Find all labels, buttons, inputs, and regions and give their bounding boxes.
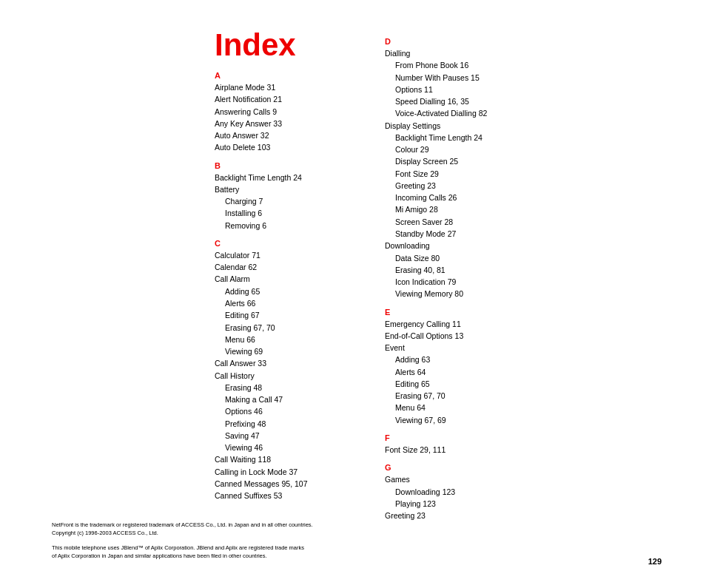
entry-battery: Battery bbox=[215, 183, 370, 195]
entry-answering-calls: Answering Calls 9 bbox=[215, 106, 370, 118]
entry-display-settings: Display Settings bbox=[385, 120, 540, 132]
entry-call-alarm-adding: Adding 65 bbox=[215, 285, 370, 297]
section-a-label: A bbox=[215, 71, 370, 80]
footer-line1: NetFront is the trademark or registered … bbox=[52, 521, 318, 538]
entry-call-alarm-viewing: Viewing 69 bbox=[215, 345, 370, 357]
entry-font-size: Font Size 29, 111 bbox=[385, 444, 540, 456]
entry-any-key-answer: Any Key Answer 33 bbox=[215, 118, 370, 129]
entry-call-waiting: Call Waiting 118 bbox=[215, 453, 370, 465]
entry-display-colour: Colour 29 bbox=[385, 143, 540, 155]
section-e-label: E bbox=[385, 308, 540, 317]
entry-charging: Charging 7 bbox=[215, 195, 370, 207]
entry-display-screen: Display Screen 25 bbox=[385, 155, 540, 167]
page-number: 129 bbox=[648, 557, 662, 566]
entry-calling-in-lock: Calling in Lock Mode 37 bbox=[215, 466, 370, 478]
entry-display-incoming-calls: Incoming Calls 26 bbox=[385, 192, 540, 203]
entry-dialling-options: Options 11 bbox=[385, 84, 540, 95]
entry-dialling: Dialling bbox=[385, 47, 540, 59]
entry-call-alarm-menu: Menu 66 bbox=[215, 334, 370, 345]
entry-downloading-viewing: Viewing Memory 80 bbox=[385, 288, 540, 300]
section-b-label: B bbox=[215, 161, 370, 170]
entry-downloading-icon: Icon Indication 79 bbox=[385, 276, 540, 288]
entry-games: Games bbox=[385, 473, 540, 485]
entry-removing: Removing 6 bbox=[215, 220, 370, 232]
entry-display-mi-amigo: Mi Amigo 28 bbox=[385, 203, 540, 215]
entry-downloading-data-size: Data Size 80 bbox=[385, 252, 540, 264]
entry-event-viewing: Viewing 67, 69 bbox=[385, 414, 540, 426]
entry-downloading: Downloading bbox=[385, 240, 540, 251]
entry-display-greeting: Greeting 23 bbox=[385, 180, 540, 192]
entry-backlight: Backlight Time Length 24 bbox=[215, 172, 370, 183]
entry-call-alarm-editing: Editing 67 bbox=[215, 309, 370, 321]
index-title: Index bbox=[215, 30, 370, 61]
entry-canned-suffixes: Canned Suffixes 53 bbox=[215, 490, 370, 501]
footer: NetFront is the trademark or registered … bbox=[52, 521, 318, 566]
entry-canned-messages: Canned Messages 95, 107 bbox=[215, 478, 370, 490]
entry-event-erasing: Erasing 67, 70 bbox=[385, 390, 540, 402]
entry-calculator: Calculator 71 bbox=[215, 249, 370, 261]
entry-call-alarm-erasing: Erasing 67, 70 bbox=[215, 322, 370, 334]
page: Index A Airplane Mode 31 Alert Notificat… bbox=[0, 0, 706, 588]
entry-games-playing: Playing 123 bbox=[385, 498, 540, 510]
entry-call-answer: Call Answer 33 bbox=[215, 357, 370, 369]
section-g-label: G bbox=[385, 463, 540, 472]
entry-call-history-viewing: Viewing 46 bbox=[215, 442, 370, 453]
entry-greeting: Greeting 23 bbox=[385, 510, 540, 521]
entry-call-history-erasing: Erasing 48 bbox=[215, 382, 370, 393]
entry-event-adding: Adding 63 bbox=[385, 354, 540, 365]
section-d-label: D bbox=[385, 37, 540, 46]
entry-call-history: Call History bbox=[215, 370, 370, 382]
entry-call-history-saving: Saving 47 bbox=[215, 430, 370, 442]
section-f-label: F bbox=[385, 433, 540, 442]
entry-dialling-pauses: Number With Pauses 15 bbox=[385, 72, 540, 84]
entry-dialling-phone-book: From Phone Book 16 bbox=[385, 59, 540, 71]
footer-line2: This mobile telephone uses JBlend™ of Ap… bbox=[52, 544, 318, 561]
entry-downloading-erasing: Erasing 40, 81 bbox=[385, 264, 540, 276]
entry-dialling-voice: Voice-Activated Dialling 82 bbox=[385, 107, 540, 119]
entry-call-alarm: Call Alarm bbox=[215, 273, 370, 285]
entry-call-history-options: Options 46 bbox=[215, 405, 370, 417]
entry-airplane-mode: Airplane Mode 31 bbox=[215, 81, 370, 93]
entry-event-editing: Editing 65 bbox=[385, 378, 540, 390]
entry-auto-answer: Auto Answer 32 bbox=[215, 129, 370, 141]
entry-call-history-making: Making a Call 47 bbox=[215, 393, 370, 405]
entry-call-history-prefixing: Prefixing 48 bbox=[215, 418, 370, 430]
entry-display-standby: Standby Mode 27 bbox=[385, 228, 540, 240]
left-spacer bbox=[0, 30, 215, 588]
entry-auto-delete: Auto Delete 103 bbox=[215, 141, 370, 153]
entry-event-menu: Menu 64 bbox=[385, 402, 540, 413]
entry-dialling-speed: Speed Dialling 16, 35 bbox=[385, 95, 540, 107]
section-c-label: C bbox=[215, 239, 370, 248]
entry-display-screen-saver: Screen Saver 28 bbox=[385, 216, 540, 228]
entry-end-of-call: End-of-Call Options 13 bbox=[385, 330, 540, 342]
index-left-column: Index A Airplane Mode 31 Alert Notificat… bbox=[215, 30, 377, 588]
entry-display-backlight: Backlight Time Length 24 bbox=[385, 132, 540, 143]
entry-emergency-calling: Emergency Calling 11 bbox=[385, 318, 540, 330]
entry-calendar: Calendar 62 bbox=[215, 261, 370, 273]
entry-display-font-size: Font Size 29 bbox=[385, 168, 540, 180]
entry-alert-notification: Alert Notification 21 bbox=[215, 93, 370, 105]
entry-event-alerts: Alerts 64 bbox=[385, 366, 540, 378]
entry-event: Event bbox=[385, 342, 540, 354]
entry-call-alarm-alerts: Alerts 66 bbox=[215, 297, 370, 309]
index-right-column: D Dialling From Phone Book 16 Number Wit… bbox=[377, 30, 540, 588]
entry-games-downloading: Downloading 123 bbox=[385, 486, 540, 498]
entry-installing: Installing 6 bbox=[215, 207, 370, 219]
